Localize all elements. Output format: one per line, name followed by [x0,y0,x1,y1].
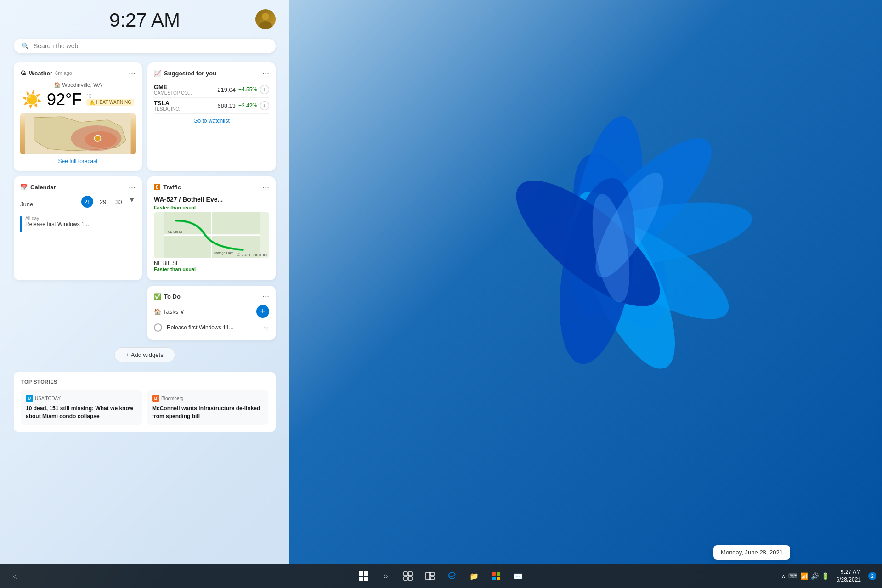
calendar-day-28-num: 28 [81,196,93,208]
story2-source: Bloomberg [161,396,183,401]
search-input[interactable] [34,42,268,50]
tsla-change: +2.42% [238,102,257,109]
gme-ticker: GME [154,84,192,90]
todo-tasks-header: 🏠 Tasks ∨ + [154,305,269,318]
story-card-1[interactable]: U USA TODAY 10 dead, 151 still missing: … [21,390,142,425]
story-card-2[interactable]: B Bloomberg McConnell wants infrastructu… [147,390,268,425]
start-button[interactable] [355,567,373,585]
watchlist-link[interactable]: Go to watchlist [154,118,269,124]
calendar-event[interactable]: All day Release first Windows 1... [20,216,136,232]
calendar-day-30[interactable]: 30 [113,196,124,208]
traffic-more-button[interactable]: ··· [262,183,269,191]
traffic-copyright: © 2021 TomTom [237,253,268,257]
battery-icon[interactable]: 🔋 [821,572,829,580]
user-avatar[interactable] [255,9,276,29]
calendar-expand-icon[interactable]: ▼ [128,196,136,208]
todo-checkbox[interactable] [154,323,162,332]
calendar-title: Calendar [30,184,56,191]
todo-add-button[interactable]: + [256,305,269,318]
widget-search-bar[interactable]: 🔍 [14,39,276,53]
search-icon: 🔍 [21,42,29,50]
add-widgets-button[interactable]: + Add widgets [114,347,175,362]
taskbar-taskview-button[interactable] [399,567,417,585]
weather-sun-icon: ☀️ [22,90,42,109]
todo-tasks-icon: 🏠 [154,308,161,315]
stocks-title-group: 📈 Suggested for you [154,70,216,77]
system-tray: ∧ ⌨ 📶 🔊 🔋 [781,572,829,580]
story1-source-group: U USA TODAY [26,395,137,402]
svg-rect-29 [404,577,407,580]
calendar-day-30-num: 30 [113,196,124,208]
weather-celsius: °C [86,94,134,99]
calendar-event-title: Release first Windows 1... [25,221,89,227]
tsla-ticker: TSLA [154,100,180,107]
widgets-grid: 🌤 Weather 6m ago ··· 🏠 Woodinville, WA ☀… [14,62,276,340]
todo-more-button[interactable]: ··· [262,292,269,300]
svg-rect-24 [364,571,368,576]
calendar-event-details: All day Release first Windows 1... [25,216,89,227]
top-stories-section: TOP STORIES U USA TODAY 10 dead, 151 sti… [14,372,276,432]
weather-temperature: 92°F [47,90,82,109]
traffic-title: Traffic [163,184,181,191]
gme-change: +4.55% [238,86,257,93]
taskbar-search-button[interactable]: ○ [377,567,395,585]
todo-item[interactable]: Release first Windows 11... ☆ [154,322,269,334]
calendar-days-row: 28 29 30 ▼ [81,196,136,208]
todo-title-group: ✅ To Do [154,293,181,300]
chevron-up-icon[interactable]: ∧ [781,573,786,579]
taskbar-mail-button[interactable]: ✉️ [509,567,527,585]
calendar-nav: June 28 29 30 ▼ [20,196,136,212]
calendar-day-28[interactable]: 28 [81,196,93,208]
taskbar-explorer-button[interactable]: 📁 [465,567,483,585]
stories-grid: U USA TODAY 10 dead, 151 still missing: … [21,390,268,425]
tsla-add-button[interactable]: + [260,101,269,110]
traffic-status2: Faster than usual [154,266,269,272]
svg-rect-27 [404,572,407,576]
svg-rect-36 [492,577,496,580]
stocks-widget-header: 📈 Suggested for you ··· [154,69,269,77]
svg-rect-32 [430,572,434,576]
gme-price: 219.04 [217,86,236,93]
svg-rect-31 [426,572,430,580]
weather-forecast-link[interactable]: See full forecast [20,158,136,164]
svg-point-16 [95,135,101,141]
taskbar-edge-button[interactable] [443,567,461,585]
svg-point-10 [262,13,269,20]
taskbar-store-button[interactable] [487,567,505,585]
stocks-more-button[interactable]: ··· [262,69,269,77]
svg-text:Cottage Lake: Cottage Lake [214,251,233,255]
weather-widget-header: 🌤 Weather 6m ago ··· [20,69,136,77]
wifi-icon[interactable]: 📶 [800,572,808,580]
todo-star-button[interactable]: ☆ [263,324,269,331]
calendar-widget: 📅 Calendar ··· June 28 29 30 [14,176,142,280]
svg-rect-23 [359,571,363,576]
calendar-widget-header: 📅 Calendar ··· [20,183,136,191]
calendar-day-29[interactable]: 29 [97,196,109,208]
tsla-price: 688.13 [217,102,236,109]
weather-map [20,113,136,154]
taskbar-clock[interactable]: 9:27 AM 6/28/2021 [833,568,865,584]
traffic-widget-header: 8 Traffic ··· [154,183,269,191]
weather-main: ☀️ 92°F °C ⚠️ HEAT WARNING [20,90,136,109]
keyboard-icon[interactable]: ⌨ [788,572,797,580]
gme-name: GAMESTOP CO... [154,90,192,96]
todo-tasks-chevron: ∨ [180,308,185,315]
weather-icon: 🌤 [20,70,26,77]
notification-badge[interactable]: 2 [868,572,876,580]
taskbar-date: 6/28/2021 [837,576,861,584]
traffic-map: NE 8th St Cottage Lake © 2021 TomTom [154,212,269,258]
traffic-route: WA-527 / Bothell Eve... [154,196,269,203]
traffic-status1: Faster than usual [154,205,269,210]
svg-rect-28 [408,572,412,576]
taskbar-splitview-button[interactable] [421,567,439,585]
weather-location: 🏠 Woodinville, WA [20,82,136,88]
taskbar-widgets-toggle[interactable]: ◁ [6,567,24,585]
todo-tasks-label[interactable]: 🏠 Tasks ∨ [154,308,185,315]
calendar-more-button[interactable]: ··· [129,183,136,191]
volume-icon[interactable]: 🔊 [811,572,819,580]
weather-timestamp: 6m ago [55,70,72,76]
calendar-month: June [20,201,33,208]
weather-more-button[interactable]: ··· [129,69,136,77]
gme-add-button[interactable]: + [260,85,269,94]
gme-info: GME GAMESTOP CO... [154,84,192,96]
